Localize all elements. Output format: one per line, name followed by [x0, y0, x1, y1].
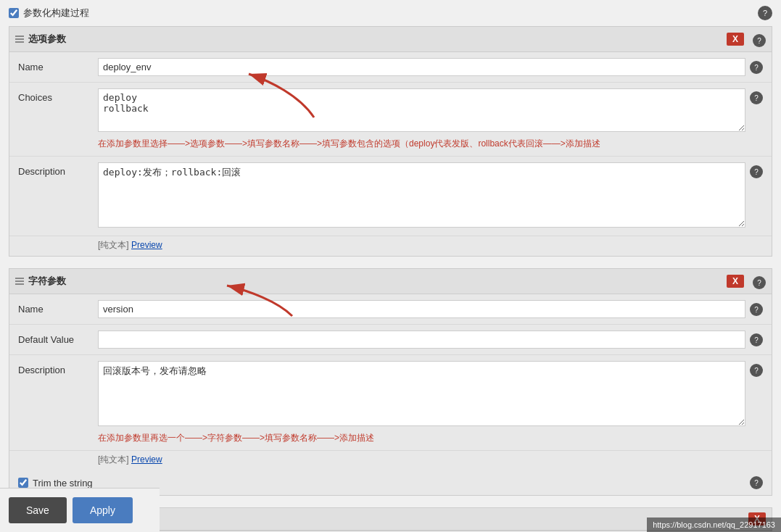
trim-label: Trim the string — [33, 478, 93, 489]
label-default-2: Default Value — [18, 331, 98, 345]
default-2-help-icon[interactable]: ? — [750, 333, 763, 346]
footer-bar: Save Apply — [0, 488, 160, 532]
form-row-desc-2: Description 回滚版本号，发布请忽略 在添加参数里再选一个——>字符参… — [9, 355, 772, 451]
input-name-2[interactable] — [98, 300, 745, 318]
textarea-desc-2[interactable]: 回滚版本号，发布请忽略 — [98, 361, 745, 426]
control-default-2 — [98, 331, 745, 349]
label-desc-2: Description — [18, 361, 98, 375]
save-button[interactable]: Save — [9, 497, 67, 523]
preview-text-2: [纯文本] — [98, 454, 131, 465]
control-desc-1: deploy:发布；rollback:回滚 — [98, 162, 745, 230]
desc-2-help-icon[interactable]: ? — [750, 364, 763, 377]
panel-choice-title: 选项参数 — [28, 33, 66, 46]
trim-checkbox[interactable] — [18, 478, 28, 488]
label-desc-1: Description — [18, 162, 98, 177]
status-text: https://blog.csdn.net/qq_22917163 — [653, 520, 775, 529]
drag-handle-1[interactable] — [15, 36, 24, 43]
label-choices-1: Choices — [18, 88, 98, 103]
panel-string-close-button[interactable]: X — [727, 275, 744, 288]
panel-choice-close-button[interactable]: X — [727, 33, 744, 46]
page-help-icon[interactable]: ? — [758, 6, 772, 20]
parameterize-label: 参数化构建过程 — [23, 7, 89, 20]
panel-choice-header-left: 选项参数 — [15, 33, 66, 46]
control-desc-2: 回滚版本号，发布请忽略 在添加参数里再选一个——>字符参数——>填写参数名称——… — [98, 361, 745, 444]
form-row-default-2: Default Value ? — [9, 325, 772, 355]
annotation-choices-1: 在添加参数里选择——>选项参数——>填写参数名称——>填写参数包含的选项（dep… — [98, 137, 745, 150]
form-row-name-1: Name ? — [9, 52, 772, 83]
form-row-name-2: Name ? — [9, 294, 772, 325]
preview-row-1: [纯文本] Preview — [9, 236, 772, 256]
preview-text-1: [纯文本] — [98, 240, 131, 250]
panel-choice-header: 选项参数 X ? — [9, 27, 772, 52]
drag-handle-2[interactable] — [15, 278, 24, 285]
panel-string-param: 字符参数 X ? Name ? Default Value — [9, 268, 772, 496]
parameterize-checkbox[interactable] — [9, 8, 19, 18]
textarea-choices-1[interactable]: deploy rollback — [98, 88, 745, 132]
top-bar: 参数化构建过程 ? — [0, 0, 781, 26]
apply-button[interactable]: Apply — [73, 497, 133, 523]
control-name-1 — [98, 58, 745, 76]
preview-link-2[interactable]: Preview — [131, 454, 162, 465]
input-name-1[interactable] — [98, 58, 745, 76]
textarea-desc-1[interactable]: deploy:发布；rollback:回滚 — [98, 162, 745, 228]
panel-choice-param: 选项参数 X ? Name ? Choices deploy rollba — [9, 26, 772, 257]
name-2-help-icon[interactable]: ? — [750, 303, 763, 316]
form-row-choices-1: Choices deploy rollback 在添加参数里选择——>选项参数—… — [9, 83, 772, 157]
page-wrapper: 参数化构建过程 ? 选项参数 X ? N — [0, 0, 781, 532]
panel-choice-help-icon[interactable]: ? — [753, 34, 766, 47]
annotation-desc-2: 在添加参数里再选一个——>字符参数——>填写参数名称——>添加描述 — [98, 431, 745, 444]
preview-link-1[interactable]: Preview — [131, 240, 162, 250]
trim-help-icon[interactable]: ? — [750, 476, 763, 489]
input-default-2[interactable] — [98, 331, 745, 349]
label-name-2: Name — [18, 300, 98, 315]
top-bar-left: 参数化构建过程 — [9, 7, 89, 20]
control-choices-1: deploy rollback 在添加参数里选择——>选项参数——>填写参数名称… — [98, 88, 745, 150]
status-bar: https://blog.csdn.net/qq_22917163 — [647, 518, 781, 532]
name-1-help-icon[interactable]: ? — [750, 61, 763, 74]
choices-1-help-icon[interactable]: ? — [750, 91, 763, 104]
form-row-desc-1: Description deploy:发布；rollback:回滚 ? — [9, 157, 772, 236]
panel-string-title: 字符参数 — [28, 275, 66, 288]
panel-string-header-left: 字符参数 — [15, 275, 66, 288]
panel-string-header: 字符参数 X ? — [9, 269, 772, 294]
label-name-1: Name — [18, 58, 98, 72]
panel-string-help-icon[interactable]: ? — [753, 276, 766, 289]
desc-1-help-icon[interactable]: ? — [750, 165, 763, 178]
main-content: 选项参数 X ? Name ? Choices deploy rollba — [0, 26, 781, 532]
control-name-2 — [98, 300, 745, 318]
preview-row-2: [纯文本] Preview — [9, 451, 772, 470]
